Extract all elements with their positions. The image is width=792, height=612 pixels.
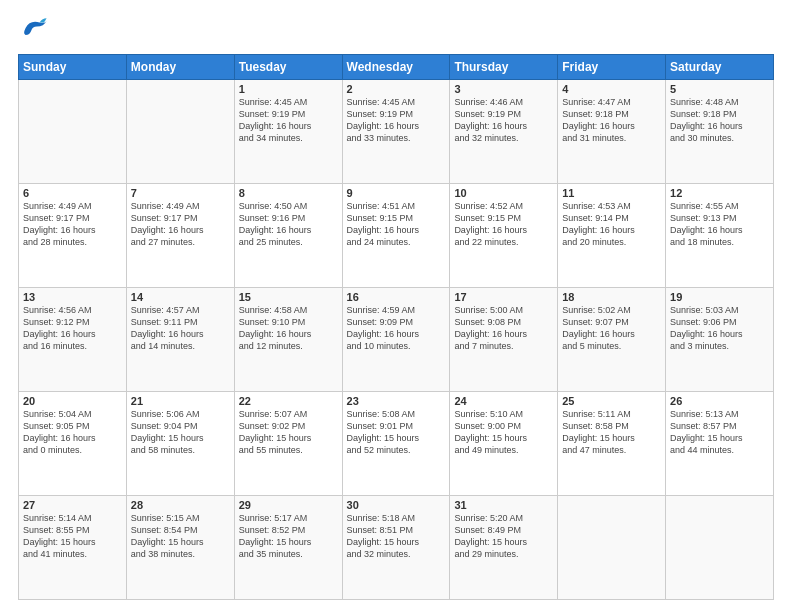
day-number: 25 <box>562 395 661 407</box>
day-info: Sunrise: 5:18 AM Sunset: 8:51 PM Dayligh… <box>347 512 446 561</box>
day-number: 15 <box>239 291 338 303</box>
day-number: 9 <box>347 187 446 199</box>
day-info: Sunrise: 4:51 AM Sunset: 9:15 PM Dayligh… <box>347 200 446 249</box>
day-info: Sunrise: 4:56 AM Sunset: 9:12 PM Dayligh… <box>23 304 122 353</box>
calendar-week-3: 13Sunrise: 4:56 AM Sunset: 9:12 PM Dayli… <box>19 288 774 392</box>
calendar-cell: 13Sunrise: 4:56 AM Sunset: 9:12 PM Dayli… <box>19 288 127 392</box>
day-info: Sunrise: 5:10 AM Sunset: 9:00 PM Dayligh… <box>454 408 553 457</box>
day-info: Sunrise: 5:04 AM Sunset: 9:05 PM Dayligh… <box>23 408 122 457</box>
logo-bird-icon <box>20 16 48 40</box>
calendar-cell: 26Sunrise: 5:13 AM Sunset: 8:57 PM Dayli… <box>666 392 774 496</box>
day-info: Sunrise: 5:13 AM Sunset: 8:57 PM Dayligh… <box>670 408 769 457</box>
day-info: Sunrise: 5:15 AM Sunset: 8:54 PM Dayligh… <box>131 512 230 561</box>
calendar-cell: 19Sunrise: 5:03 AM Sunset: 9:06 PM Dayli… <box>666 288 774 392</box>
calendar-cell: 4Sunrise: 4:47 AM Sunset: 9:18 PM Daylig… <box>558 80 666 184</box>
col-header-thursday: Thursday <box>450 55 558 80</box>
day-info: Sunrise: 5:08 AM Sunset: 9:01 PM Dayligh… <box>347 408 446 457</box>
calendar-week-1: 1Sunrise: 4:45 AM Sunset: 9:19 PM Daylig… <box>19 80 774 184</box>
calendar-week-4: 20Sunrise: 5:04 AM Sunset: 9:05 PM Dayli… <box>19 392 774 496</box>
day-info: Sunrise: 4:55 AM Sunset: 9:13 PM Dayligh… <box>670 200 769 249</box>
day-number: 5 <box>670 83 769 95</box>
day-info: Sunrise: 4:50 AM Sunset: 9:16 PM Dayligh… <box>239 200 338 249</box>
day-info: Sunrise: 5:06 AM Sunset: 9:04 PM Dayligh… <box>131 408 230 457</box>
day-number: 10 <box>454 187 553 199</box>
calendar-week-2: 6Sunrise: 4:49 AM Sunset: 9:17 PM Daylig… <box>19 184 774 288</box>
day-info: Sunrise: 5:00 AM Sunset: 9:08 PM Dayligh… <box>454 304 553 353</box>
calendar-cell: 8Sunrise: 4:50 AM Sunset: 9:16 PM Daylig… <box>234 184 342 288</box>
day-number: 20 <box>23 395 122 407</box>
calendar-cell <box>558 496 666 600</box>
day-number: 13 <box>23 291 122 303</box>
day-number: 28 <box>131 499 230 511</box>
calendar-cell: 30Sunrise: 5:18 AM Sunset: 8:51 PM Dayli… <box>342 496 450 600</box>
day-info: Sunrise: 5:02 AM Sunset: 9:07 PM Dayligh… <box>562 304 661 353</box>
day-number: 27 <box>23 499 122 511</box>
page: SundayMondayTuesdayWednesdayThursdayFrid… <box>0 0 792 612</box>
day-number: 7 <box>131 187 230 199</box>
day-number: 2 <box>347 83 446 95</box>
day-info: Sunrise: 4:53 AM Sunset: 9:14 PM Dayligh… <box>562 200 661 249</box>
day-info: Sunrise: 4:49 AM Sunset: 9:17 PM Dayligh… <box>131 200 230 249</box>
day-number: 24 <box>454 395 553 407</box>
day-info: Sunrise: 5:14 AM Sunset: 8:55 PM Dayligh… <box>23 512 122 561</box>
day-number: 14 <box>131 291 230 303</box>
day-info: Sunrise: 4:52 AM Sunset: 9:15 PM Dayligh… <box>454 200 553 249</box>
calendar-cell <box>19 80 127 184</box>
calendar-cell: 22Sunrise: 5:07 AM Sunset: 9:02 PM Dayli… <box>234 392 342 496</box>
day-number: 30 <box>347 499 446 511</box>
header <box>18 16 774 44</box>
day-info: Sunrise: 5:11 AM Sunset: 8:58 PM Dayligh… <box>562 408 661 457</box>
day-number: 6 <box>23 187 122 199</box>
calendar-cell: 2Sunrise: 4:45 AM Sunset: 9:19 PM Daylig… <box>342 80 450 184</box>
day-number: 8 <box>239 187 338 199</box>
day-info: Sunrise: 4:58 AM Sunset: 9:10 PM Dayligh… <box>239 304 338 353</box>
calendar-cell <box>126 80 234 184</box>
day-info: Sunrise: 4:46 AM Sunset: 9:19 PM Dayligh… <box>454 96 553 145</box>
calendar-cell: 7Sunrise: 4:49 AM Sunset: 9:17 PM Daylig… <box>126 184 234 288</box>
day-number: 29 <box>239 499 338 511</box>
calendar-cell: 6Sunrise: 4:49 AM Sunset: 9:17 PM Daylig… <box>19 184 127 288</box>
calendar-cell: 16Sunrise: 4:59 AM Sunset: 9:09 PM Dayli… <box>342 288 450 392</box>
day-number: 23 <box>347 395 446 407</box>
day-number: 26 <box>670 395 769 407</box>
col-header-wednesday: Wednesday <box>342 55 450 80</box>
calendar-cell: 17Sunrise: 5:00 AM Sunset: 9:08 PM Dayli… <box>450 288 558 392</box>
calendar-cell: 3Sunrise: 4:46 AM Sunset: 9:19 PM Daylig… <box>450 80 558 184</box>
day-number: 31 <box>454 499 553 511</box>
calendar-cell: 14Sunrise: 4:57 AM Sunset: 9:11 PM Dayli… <box>126 288 234 392</box>
calendar-cell: 20Sunrise: 5:04 AM Sunset: 9:05 PM Dayli… <box>19 392 127 496</box>
calendar-week-5: 27Sunrise: 5:14 AM Sunset: 8:55 PM Dayli… <box>19 496 774 600</box>
col-header-friday: Friday <box>558 55 666 80</box>
day-info: Sunrise: 5:03 AM Sunset: 9:06 PM Dayligh… <box>670 304 769 353</box>
calendar-cell: 31Sunrise: 5:20 AM Sunset: 8:49 PM Dayli… <box>450 496 558 600</box>
logo-text-block <box>18 16 48 44</box>
day-number: 3 <box>454 83 553 95</box>
day-number: 1 <box>239 83 338 95</box>
day-info: Sunrise: 5:17 AM Sunset: 8:52 PM Dayligh… <box>239 512 338 561</box>
day-number: 16 <box>347 291 446 303</box>
col-header-monday: Monday <box>126 55 234 80</box>
calendar-cell: 21Sunrise: 5:06 AM Sunset: 9:04 PM Dayli… <box>126 392 234 496</box>
calendar-header-row: SundayMondayTuesdayWednesdayThursdayFrid… <box>19 55 774 80</box>
calendar-cell: 29Sunrise: 5:17 AM Sunset: 8:52 PM Dayli… <box>234 496 342 600</box>
calendar-cell: 11Sunrise: 4:53 AM Sunset: 9:14 PM Dayli… <box>558 184 666 288</box>
day-number: 11 <box>562 187 661 199</box>
day-info: Sunrise: 4:59 AM Sunset: 9:09 PM Dayligh… <box>347 304 446 353</box>
calendar-cell: 27Sunrise: 5:14 AM Sunset: 8:55 PM Dayli… <box>19 496 127 600</box>
calendar-cell: 23Sunrise: 5:08 AM Sunset: 9:01 PM Dayli… <box>342 392 450 496</box>
calendar-cell: 15Sunrise: 4:58 AM Sunset: 9:10 PM Dayli… <box>234 288 342 392</box>
day-info: Sunrise: 4:47 AM Sunset: 9:18 PM Dayligh… <box>562 96 661 145</box>
day-info: Sunrise: 5:07 AM Sunset: 9:02 PM Dayligh… <box>239 408 338 457</box>
day-info: Sunrise: 4:49 AM Sunset: 9:17 PM Dayligh… <box>23 200 122 249</box>
day-number: 22 <box>239 395 338 407</box>
day-number: 19 <box>670 291 769 303</box>
day-number: 12 <box>670 187 769 199</box>
calendar-cell: 12Sunrise: 4:55 AM Sunset: 9:13 PM Dayli… <box>666 184 774 288</box>
day-number: 4 <box>562 83 661 95</box>
col-header-sunday: Sunday <box>19 55 127 80</box>
day-info: Sunrise: 4:48 AM Sunset: 9:18 PM Dayligh… <box>670 96 769 145</box>
calendar-cell: 9Sunrise: 4:51 AM Sunset: 9:15 PM Daylig… <box>342 184 450 288</box>
day-number: 18 <box>562 291 661 303</box>
calendar-cell: 25Sunrise: 5:11 AM Sunset: 8:58 PM Dayli… <box>558 392 666 496</box>
day-number: 17 <box>454 291 553 303</box>
